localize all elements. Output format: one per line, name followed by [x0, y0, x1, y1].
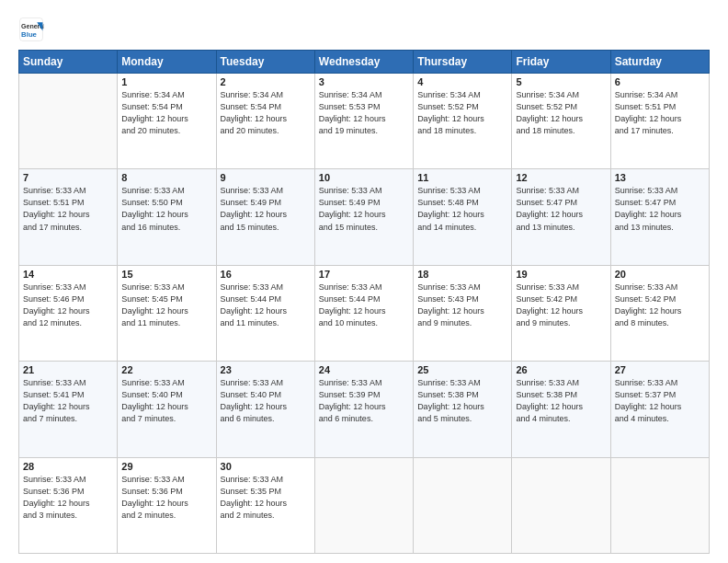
day-number: 12: [516, 172, 606, 183]
calendar-cell: 7Sunrise: 5:33 AMSunset: 5:51 PMDaylight…: [19, 169, 118, 265]
calendar-header-thursday: Thursday: [414, 51, 512, 74]
day-number: 14: [23, 269, 113, 280]
day-info: Sunrise: 5:33 AMSunset: 5:35 PMDaylight:…: [221, 474, 311, 522]
svg-text:Blue: Blue: [21, 30, 38, 39]
day-number: 18: [417, 269, 507, 280]
calendar-cell: 4Sunrise: 5:34 AMSunset: 5:52 PMDaylight…: [414, 74, 512, 169]
day-info: Sunrise: 5:33 AMSunset: 5:47 PMDaylight:…: [615, 185, 705, 233]
day-info: Sunrise: 5:33 AMSunset: 5:48 PMDaylight:…: [417, 185, 507, 233]
day-info: Sunrise: 5:33 AMSunset: 5:38 PMDaylight:…: [417, 377, 507, 425]
day-info: Sunrise: 5:34 AMSunset: 5:54 PMDaylight:…: [221, 89, 311, 137]
day-info: Sunrise: 5:34 AMSunset: 5:52 PMDaylight:…: [516, 89, 606, 137]
day-number: 22: [121, 364, 211, 375]
calendar-cell: 16Sunrise: 5:33 AMSunset: 5:44 PMDayligh…: [216, 265, 314, 361]
day-info: Sunrise: 5:33 AMSunset: 5:47 PMDaylight:…: [516, 185, 606, 233]
day-number: 19: [516, 269, 606, 280]
day-info: Sunrise: 5:33 AMSunset: 5:36 PMDaylight:…: [23, 474, 113, 522]
day-info: Sunrise: 5:33 AMSunset: 5:40 PMDaylight:…: [121, 377, 211, 425]
calendar-cell: [314, 457, 413, 553]
calendar-cell: 5Sunrise: 5:34 AMSunset: 5:52 PMDaylight…: [512, 74, 610, 169]
header: General Blue: [18, 17, 710, 42]
calendar-cell: 19Sunrise: 5:33 AMSunset: 5:42 PMDayligh…: [512, 265, 610, 361]
day-number: 10: [319, 172, 409, 183]
day-number: 26: [516, 364, 606, 375]
calendar-week-row: 7Sunrise: 5:33 AMSunset: 5:51 PMDaylight…: [19, 169, 710, 265]
day-number: 25: [417, 364, 507, 375]
day-number: 29: [121, 461, 211, 472]
day-info: Sunrise: 5:34 AMSunset: 5:52 PMDaylight:…: [417, 89, 507, 137]
calendar-cell: 13Sunrise: 5:33 AMSunset: 5:47 PMDayligh…: [610, 169, 709, 265]
calendar-week-row: 28Sunrise: 5:33 AMSunset: 5:36 PMDayligh…: [19, 457, 710, 553]
day-number: 9: [221, 172, 311, 183]
logo-icon: General Blue: [18, 17, 44, 42]
day-info: Sunrise: 5:33 AMSunset: 5:38 PMDaylight:…: [516, 377, 606, 425]
day-number: 6: [615, 76, 705, 87]
day-number: 1: [121, 76, 211, 87]
calendar-header-tuesday: Tuesday: [216, 51, 314, 74]
calendar-cell: 2Sunrise: 5:34 AMSunset: 5:54 PMDaylight…: [216, 74, 314, 169]
calendar-cell: 30Sunrise: 5:33 AMSunset: 5:35 PMDayligh…: [216, 457, 314, 553]
day-info: Sunrise: 5:33 AMSunset: 5:42 PMDaylight:…: [516, 282, 606, 329]
calendar-cell: 25Sunrise: 5:33 AMSunset: 5:38 PMDayligh…: [414, 362, 512, 457]
day-number: 8: [121, 172, 211, 183]
calendar-cell: 28Sunrise: 5:33 AMSunset: 5:36 PMDayligh…: [19, 457, 118, 553]
calendar-cell: 24Sunrise: 5:33 AMSunset: 5:39 PMDayligh…: [314, 362, 413, 457]
day-info: Sunrise: 5:34 AMSunset: 5:51 PMDaylight:…: [615, 89, 705, 137]
day-info: Sunrise: 5:33 AMSunset: 5:46 PMDaylight:…: [23, 282, 113, 329]
day-info: Sunrise: 5:33 AMSunset: 5:37 PMDaylight:…: [615, 377, 705, 425]
calendar-cell: 20Sunrise: 5:33 AMSunset: 5:42 PMDayligh…: [610, 265, 709, 361]
calendar-header-row: SundayMondayTuesdayWednesdayThursdayFrid…: [19, 51, 710, 74]
calendar-cell: [19, 74, 118, 169]
day-number: 20: [615, 269, 705, 280]
calendar-cell: [414, 457, 512, 553]
calendar-cell: 15Sunrise: 5:33 AMSunset: 5:45 PMDayligh…: [118, 265, 216, 361]
calendar-cell: [512, 457, 610, 553]
calendar-cell: 10Sunrise: 5:33 AMSunset: 5:49 PMDayligh…: [314, 169, 413, 265]
calendar-cell: 3Sunrise: 5:34 AMSunset: 5:53 PMDaylight…: [314, 74, 413, 169]
day-number: 15: [121, 269, 211, 280]
calendar-cell: 18Sunrise: 5:33 AMSunset: 5:43 PMDayligh…: [414, 265, 512, 361]
calendar-header-sunday: Sunday: [19, 51, 118, 74]
day-info: Sunrise: 5:33 AMSunset: 5:49 PMDaylight:…: [319, 185, 409, 233]
day-number: 2: [221, 76, 311, 87]
day-number: 4: [417, 76, 507, 87]
calendar-cell: 9Sunrise: 5:33 AMSunset: 5:49 PMDaylight…: [216, 169, 314, 265]
day-info: Sunrise: 5:33 AMSunset: 5:36 PMDaylight:…: [121, 474, 211, 522]
calendar-cell: 21Sunrise: 5:33 AMSunset: 5:41 PMDayligh…: [19, 362, 118, 457]
calendar-header-saturday: Saturday: [610, 51, 709, 74]
calendar-cell: 14Sunrise: 5:33 AMSunset: 5:46 PMDayligh…: [19, 265, 118, 361]
calendar-cell: 8Sunrise: 5:33 AMSunset: 5:50 PMDaylight…: [118, 169, 216, 265]
day-number: 27: [615, 364, 705, 375]
day-number: 30: [221, 461, 311, 472]
day-number: 5: [516, 76, 606, 87]
calendar-cell: 11Sunrise: 5:33 AMSunset: 5:48 PMDayligh…: [414, 169, 512, 265]
calendar-cell: 6Sunrise: 5:34 AMSunset: 5:51 PMDaylight…: [610, 74, 709, 169]
calendar-header-wednesday: Wednesday: [314, 51, 413, 74]
day-number: 16: [221, 269, 311, 280]
calendar-week-row: 21Sunrise: 5:33 AMSunset: 5:41 PMDayligh…: [19, 362, 710, 457]
day-info: Sunrise: 5:33 AMSunset: 5:49 PMDaylight:…: [221, 185, 311, 233]
day-info: Sunrise: 5:33 AMSunset: 5:45 PMDaylight:…: [121, 282, 211, 329]
calendar-cell: 12Sunrise: 5:33 AMSunset: 5:47 PMDayligh…: [512, 169, 610, 265]
day-number: 3: [319, 76, 409, 87]
calendar-cell: 1Sunrise: 5:34 AMSunset: 5:54 PMDaylight…: [118, 74, 216, 169]
calendar-table: SundayMondayTuesdayWednesdayThursdayFrid…: [18, 50, 710, 554]
day-info: Sunrise: 5:34 AMSunset: 5:53 PMDaylight:…: [319, 89, 409, 137]
day-info: Sunrise: 5:33 AMSunset: 5:50 PMDaylight:…: [121, 185, 211, 233]
calendar-week-row: 14Sunrise: 5:33 AMSunset: 5:46 PMDayligh…: [19, 265, 710, 361]
day-info: Sunrise: 5:33 AMSunset: 5:44 PMDaylight:…: [221, 282, 311, 329]
day-number: 23: [221, 364, 311, 375]
day-number: 21: [23, 364, 113, 375]
calendar-cell: 29Sunrise: 5:33 AMSunset: 5:36 PMDayligh…: [118, 457, 216, 553]
day-info: Sunrise: 5:33 AMSunset: 5:51 PMDaylight:…: [23, 185, 113, 233]
calendar-cell: 27Sunrise: 5:33 AMSunset: 5:37 PMDayligh…: [610, 362, 709, 457]
calendar-cell: 22Sunrise: 5:33 AMSunset: 5:40 PMDayligh…: [118, 362, 216, 457]
calendar-cell: [610, 457, 709, 553]
day-number: 24: [319, 364, 409, 375]
page: General Blue SundayMondayTuesdayWednesda…: [0, 0, 728, 563]
day-info: Sunrise: 5:33 AMSunset: 5:43 PMDaylight:…: [417, 282, 507, 329]
day-number: 13: [615, 172, 705, 183]
day-info: Sunrise: 5:33 AMSunset: 5:42 PMDaylight:…: [615, 282, 705, 329]
day-info: Sunrise: 5:33 AMSunset: 5:40 PMDaylight:…: [221, 377, 311, 425]
calendar-header-friday: Friday: [512, 51, 610, 74]
